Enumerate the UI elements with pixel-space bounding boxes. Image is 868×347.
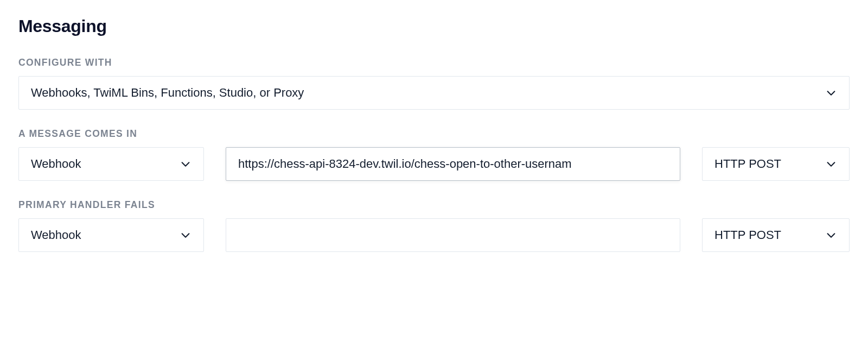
message-webhook-url-input[interactable] — [226, 147, 680, 181]
chevron-down-icon — [180, 229, 192, 241]
section-title: Messaging — [18, 16, 850, 36]
chevron-down-icon — [825, 158, 837, 170]
fallback-webhook-url-input[interactable] — [226, 218, 680, 252]
message-comes-in-group: A MESSAGE COMES IN Webhook HTTP POST — [18, 128, 850, 181]
configure-with-label: CONFIGURE WITH — [18, 57, 850, 68]
fallback-handler-type-select[interactable]: Webhook — [18, 218, 204, 252]
chevron-down-icon — [825, 87, 837, 99]
configure-with-group: CONFIGURE WITH Webhooks, TwiML Bins, Fun… — [18, 57, 850, 110]
chevron-down-icon — [180, 158, 192, 170]
configure-with-value: Webhooks, TwiML Bins, Functions, Studio,… — [31, 86, 819, 100]
configure-with-select[interactable]: Webhooks, TwiML Bins, Functions, Studio,… — [18, 76, 850, 110]
message-http-method-select[interactable]: HTTP POST — [702, 147, 850, 181]
primary-handler-fails-label: PRIMARY HANDLER FAILS — [18, 199, 850, 211]
primary-handler-fails-group: PRIMARY HANDLER FAILS Webhook HTTP POST — [18, 199, 850, 252]
message-http-method-value: HTTP POST — [714, 157, 819, 171]
message-handler-type-value: Webhook — [31, 157, 173, 171]
fallback-handler-type-value: Webhook — [31, 228, 173, 242]
message-handler-type-select[interactable]: Webhook — [18, 147, 204, 181]
fallback-http-method-value: HTTP POST — [714, 228, 819, 242]
fallback-http-method-select[interactable]: HTTP POST — [702, 218, 850, 252]
chevron-down-icon — [825, 229, 837, 241]
message-comes-in-label: A MESSAGE COMES IN — [18, 128, 850, 140]
